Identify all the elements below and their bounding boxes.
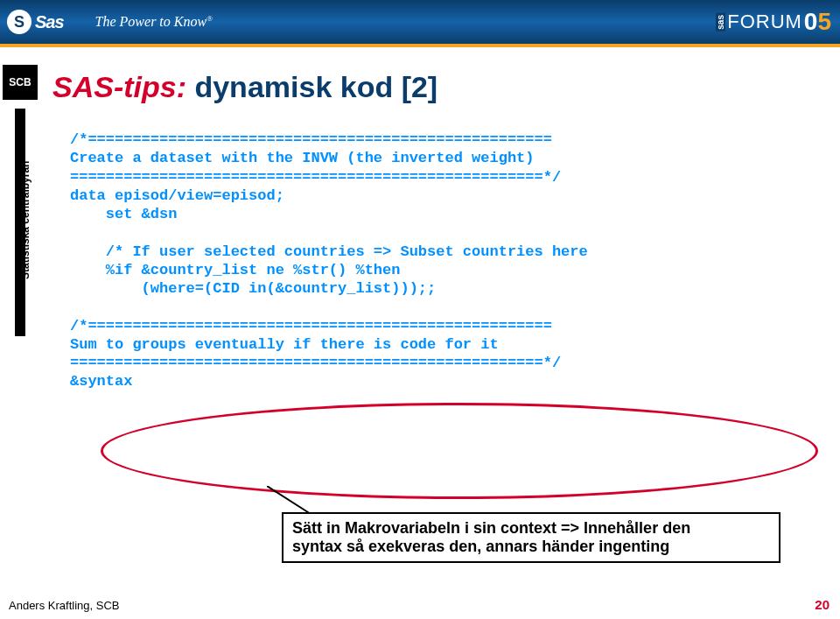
slide-content: SAS-tips: dynamisk kod [2] /*===========… — [52, 70, 822, 391]
code-block: /*======================================… — [70, 130, 822, 391]
footer-author: Anders Kraftling, SCB — [9, 599, 119, 612]
code-line: (where=(CID in(&country_list)));; — [70, 280, 436, 297]
code-line: &syntax — [70, 373, 132, 390]
forum-logo: sas FORUM 05 — [716, 0, 831, 44]
code-line: /*======================================… — [70, 318, 552, 334]
slide-title: SAS-tips: dynamisk kod [2] — [52, 70, 822, 104]
header-underline — [0, 44, 840, 47]
title-red: SAS-tips: — [52, 70, 186, 103]
sidebar-text-en: Statistics Sweden — [5, 161, 18, 380]
code-line: /*======================================… — [70, 131, 552, 148]
forum-word: FORUM — [727, 11, 802, 33]
svg-line-0 — [267, 486, 311, 514]
sidebar: SCB Statistics Sweden Statistiska centra… — [0, 47, 40, 573]
sas-logo-text: Sas — [35, 12, 64, 32]
code-line: Sum to groups eventually if there is cod… — [70, 336, 499, 353]
title-blue: dynamisk kod [2] — [186, 70, 438, 103]
code-line: ========================================… — [70, 355, 561, 371]
forum-sas-vertical: sas — [716, 13, 725, 32]
tagline: The Power to Know® — [95, 14, 213, 30]
scb-logo: SCB — [3, 65, 38, 100]
code-line: Create a dataset with the INVW (the inve… — [70, 150, 535, 166]
sas-swirl-icon: S — [7, 10, 32, 34]
code-line: ========================================… — [70, 169, 561, 186]
code-line: set &dsn — [70, 206, 177, 222]
forum-year: 05 — [804, 8, 831, 36]
highlight-ellipse — [101, 403, 818, 499]
callout-line2: syntax så exekveras den, annars händer i… — [292, 538, 770, 556]
code-line: /* If user selected countries => Subset … — [70, 243, 588, 260]
page-number: 20 — [815, 597, 830, 612]
header-bar: S Sas The Power to Know® sas FORUM 05 — [0, 0, 840, 44]
code-line: %if &country_list ne %str() %then — [70, 262, 400, 278]
code-line: data episod/view=episod; — [70, 187, 284, 204]
sas-logo: S Sas — [7, 10, 64, 34]
callout-box: Sätt in Makrovariabeln i sin context => … — [282, 512, 780, 563]
sidebar-text-sv: Statistiska centralbyrån — [19, 161, 32, 380]
callout-line1: Sätt in Makrovariabeln i sin context => … — [292, 519, 770, 538]
